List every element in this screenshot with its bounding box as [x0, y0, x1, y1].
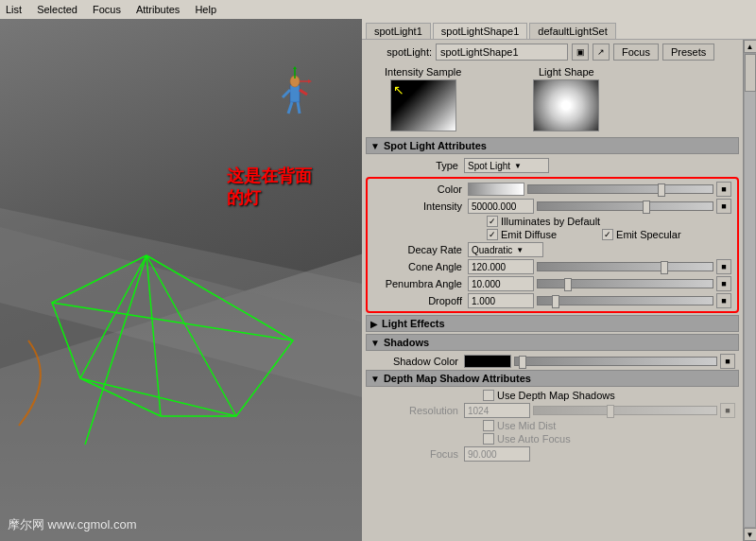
- spotlight-input[interactable]: [436, 44, 568, 61]
- panel-body: spotLight: ▣ ↗ Focus Presets Intensity S…: [362, 40, 743, 541]
- cone-angle-slider-track[interactable]: [537, 262, 713, 271]
- menu-focus[interactable]: Focus: [93, 4, 121, 15]
- scroll-down-button[interactable]: ▼: [744, 528, 757, 541]
- illuminates-check-item: ✓ Illuminates by Default: [487, 216, 600, 227]
- cursor-arrow: ↖: [393, 82, 404, 97]
- intensity-slider-track[interactable]: [537, 201, 713, 211]
- shadow-color-slider-track[interactable]: [514, 357, 717, 366]
- type-value: Spot Light ▼: [464, 158, 735, 173]
- checkbox-row2: ✓ Emit Diffuse ✓ Emit Specular: [369, 228, 735, 241]
- dropoff-slider-track[interactable]: [537, 296, 713, 305]
- cone-angle-label: Cone Angle: [373, 261, 468, 272]
- cone-angle-input[interactable]: [468, 259, 534, 274]
- cone-angle-value: ■: [468, 259, 731, 274]
- lightshape-sample-label: Light Shape: [539, 66, 594, 78]
- viewport: 这是在背面 的灯 摩尔网 www.cgmol.com: [0, 19, 362, 541]
- penumbra-angle-slider-thumb[interactable]: [564, 278, 572, 291]
- menu-help[interactable]: Help: [195, 4, 216, 15]
- dropoff-slider-thumb[interactable]: [552, 295, 559, 308]
- section-arrow-shadows: ▼: [370, 338, 380, 348]
- emit-diffuse-label: Emit Diffuse: [501, 229, 557, 240]
- use-mid-dist-checkbox[interactable]: [483, 420, 494, 431]
- use-mid-dist-label: Use Mid Dist: [497, 420, 556, 431]
- intensity-sample-group: Intensity Sample ↖: [385, 66, 461, 131]
- type-dropdown[interactable]: Spot Light ▼: [464, 158, 549, 173]
- tab-spotlight1[interactable]: spotLight1: [366, 23, 431, 39]
- menu-list[interactable]: List: [6, 4, 22, 15]
- presets-button[interactable]: Presets: [662, 44, 714, 61]
- focus-row: Focus: [366, 445, 739, 462]
- decay-rate-dropdown[interactable]: Quadratic ▼: [468, 242, 543, 257]
- focus-value: [464, 446, 735, 462]
- scroll-thumb[interactable]: [745, 54, 756, 92]
- use-auto-focus-checkbox[interactable]: [483, 433, 494, 445]
- type-label: Type: [369, 160, 464, 171]
- menu-bar: List Selected Focus Attributes Help: [0, 0, 756, 19]
- dropoff-small-btn[interactable]: ■: [716, 293, 731, 308]
- checkbox-row1: ✓ Illuminates by Default: [369, 215, 735, 228]
- use-auto-focus-label: Use Auto Focus: [497, 433, 571, 445]
- color-slider-thumb[interactable]: [658, 183, 665, 197]
- color-small-btn[interactable]: ■: [716, 182, 731, 197]
- menu-selected[interactable]: Selected: [37, 4, 77, 15]
- penumbra-angle-input[interactable]: [468, 276, 534, 291]
- depth-map-check-row: Use Depth Map Shadows: [366, 389, 739, 402]
- scroll-track[interactable]: [744, 53, 756, 528]
- dropdown-arrow-icon: ▼: [514, 162, 522, 170]
- scroll-up-button[interactable]: ▲: [744, 40, 757, 53]
- penumbra-angle-small-btn[interactable]: ■: [716, 276, 731, 291]
- emit-diffuse-check-item: ✓ Emit Diffuse: [487, 229, 557, 240]
- focus-button[interactable]: Focus: [613, 44, 659, 61]
- depth-map-title: Depth Map Shadow Attributes: [384, 373, 531, 384]
- resolution-small-btn[interactable]: ■: [720, 403, 735, 418]
- svg-line-16: [298, 102, 300, 113]
- illuminates-checkbox[interactable]: ✓: [487, 216, 498, 227]
- use-depth-map-check-item: Use Depth Map Shadows: [483, 390, 615, 401]
- spotlight-icon-btn2[interactable]: ↗: [593, 44, 610, 61]
- emit-diffuse-checkbox[interactable]: ✓: [487, 229, 498, 240]
- right-scrollbar: ▲ ▼: [743, 40, 756, 541]
- resolution-input[interactable]: [464, 403, 530, 418]
- light-effects-header[interactable]: ▶ Light Effects: [366, 315, 739, 332]
- use-mid-dist-check-item: Use Mid Dist: [483, 420, 556, 431]
- intensity-sample-image: ↖: [390, 79, 456, 131]
- decay-rate-dropdown-value: Quadratic: [472, 245, 512, 255]
- shadow-color-label: Shadow Color: [369, 356, 464, 367]
- shadow-color-slider-thumb[interactable]: [519, 356, 526, 369]
- dropoff-label: Dropoff: [373, 295, 468, 306]
- intensity-slider-thumb[interactable]: [643, 201, 650, 214]
- focus-input[interactable]: [464, 446, 530, 462]
- spot-light-attrs-header[interactable]: ▼ Spot Light Attributes: [366, 137, 739, 154]
- color-value: ■: [468, 182, 731, 197]
- dropoff-row: Dropoff ■: [369, 292, 735, 309]
- color-swatch[interactable]: [468, 183, 524, 196]
- emit-specular-label: Emit Specular: [616, 229, 680, 240]
- cone-angle-slider-thumb[interactable]: [661, 261, 668, 274]
- viewport-svg: [0, 19, 362, 541]
- menu-attributes[interactable]: Attributes: [136, 4, 180, 15]
- intensity-small-btn[interactable]: ■: [716, 199, 731, 214]
- dropoff-input[interactable]: [468, 293, 534, 308]
- color-slider-track[interactable]: [527, 184, 713, 194]
- resolution-slider-thumb[interactable]: [607, 405, 614, 418]
- lightshape-sample-group: Light Shape: [533, 66, 599, 131]
- use-auto-focus-check-item: Use Auto Focus: [483, 433, 571, 445]
- shadow-color-value: ■: [464, 354, 735, 369]
- intensity-input[interactable]: [468, 199, 534, 214]
- spotlight-icon-btn1[interactable]: ▣: [572, 44, 589, 61]
- shadow-color-swatch[interactable]: [464, 355, 511, 368]
- penumbra-angle-label: Penumbra Angle: [373, 278, 468, 289]
- tab-defaultlightset[interactable]: defaultLightSet: [529, 23, 615, 39]
- penumbra-angle-slider-track[interactable]: [537, 279, 713, 288]
- depth-map-header[interactable]: ▼ Depth Map Shadow Attributes: [366, 370, 739, 387]
- shadow-color-small-btn[interactable]: ■: [720, 354, 735, 369]
- emit-specular-checkbox[interactable]: ✓: [602, 229, 613, 240]
- decay-rate-row: Decay Rate Quadratic ▼: [369, 241, 735, 258]
- shadows-header[interactable]: ▼ Shadows: [366, 334, 739, 351]
- penumbra-angle-value: ■: [468, 276, 731, 291]
- svg-line-14: [300, 90, 307, 95]
- resolution-slider-track[interactable]: [533, 406, 717, 415]
- tab-spotlightshape1[interactable]: spotLightShape1: [433, 23, 528, 39]
- use-depth-map-checkbox[interactable]: [483, 390, 494, 401]
- cone-angle-small-btn[interactable]: ■: [716, 259, 731, 274]
